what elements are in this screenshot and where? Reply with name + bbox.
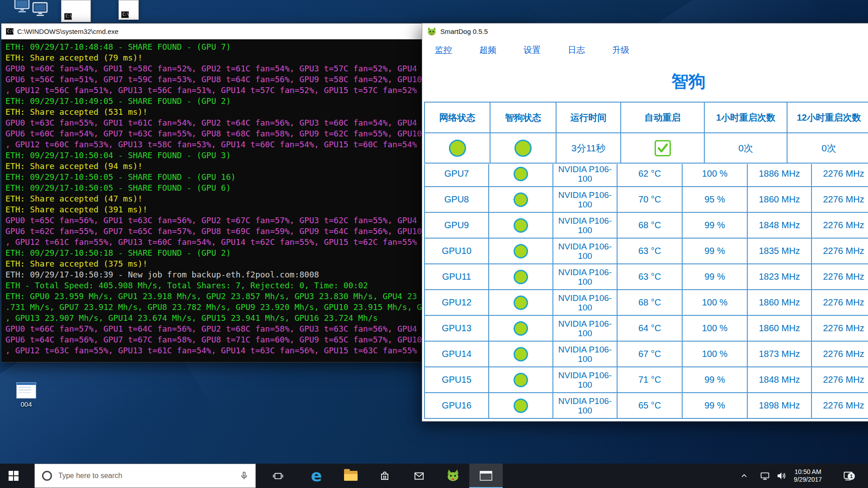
network-ok-icon bbox=[449, 140, 466, 157]
task-view-button[interactable] bbox=[261, 464, 295, 488]
gpu-row: GPU7NVIDIA P106-10062 °C100 %1886 MHz227… bbox=[425, 164, 868, 187]
gpu-temp: 62 °C bbox=[617, 164, 682, 187]
notification-badge: 1 bbox=[848, 473, 855, 480]
gpu-mem-clock: 2276 MHz bbox=[811, 264, 868, 290]
gpu-status-cell bbox=[489, 164, 553, 187]
gpu-fan: 99 % bbox=[682, 264, 747, 290]
cmd-icon: C:\ bbox=[6, 28, 14, 35]
store-icon bbox=[379, 470, 391, 482]
edge-icon: e bbox=[311, 468, 322, 484]
header-auto-restart: 自动重启 bbox=[621, 102, 704, 133]
search-placeholder: Type here to search bbox=[58, 472, 122, 480]
desktop-icon-computer[interactable] bbox=[14, 0, 31, 14]
auto-restart-checkbox[interactable] bbox=[655, 140, 671, 156]
gpu-core-clock: 1886 MHz bbox=[747, 164, 811, 187]
cmd-taskbar-button[interactable] bbox=[469, 464, 503, 488]
gpu-core-clock: 1848 MHz bbox=[747, 212, 811, 238]
file-thumbnail-icon bbox=[16, 382, 36, 399]
gpu-name: GPU8 bbox=[425, 187, 489, 212]
smartdog-status-cell bbox=[490, 133, 556, 163]
smartdog-app-icon bbox=[427, 27, 437, 37]
time-text: 10:50 AM bbox=[794, 468, 821, 476]
gpu-name: GPU10 bbox=[425, 238, 489, 264]
gpu-core-clock: 1835 MHz bbox=[747, 238, 811, 264]
status-value-row: 3分11秒 0次 0次 bbox=[425, 133, 868, 163]
gpu-ok-icon bbox=[514, 218, 528, 233]
auto-restart-cell bbox=[621, 133, 704, 163]
gpu-model: NVIDIA P106-100 bbox=[553, 164, 617, 187]
gpu-name: GPU13 bbox=[425, 315, 489, 341]
speaker-icon bbox=[776, 470, 787, 481]
gpu-core-clock: 1873 MHz bbox=[747, 341, 811, 367]
gpu-model: NVIDIA P106-100 bbox=[553, 315, 617, 341]
gpu-name: GPU15 bbox=[425, 367, 489, 393]
action-center-button[interactable]: 1 bbox=[837, 464, 859, 488]
gpu-ok-icon bbox=[514, 321, 528, 336]
clock[interactable]: 10:50 AM 9/29/2017 bbox=[786, 464, 830, 488]
gpu-fan: 99 % bbox=[682, 393, 747, 418]
smartdog-ok-icon bbox=[514, 140, 532, 157]
search-input[interactable]: Type here to search bbox=[34, 464, 256, 488]
gpu-model: NVIDIA P106-100 bbox=[553, 264, 617, 290]
menu-item-4[interactable]: 升级 bbox=[612, 44, 629, 56]
gpu-fan: 99 % bbox=[682, 212, 747, 238]
gpu-status-cell bbox=[489, 264, 553, 290]
restarts-12h-value: 0次 bbox=[787, 133, 868, 163]
gpu-name: GPU16 bbox=[425, 393, 489, 418]
runtime-value: 3分11秒 bbox=[556, 133, 621, 163]
desktop-icon-computer[interactable] bbox=[32, 2, 49, 17]
gpu-ok-icon bbox=[514, 373, 528, 387]
gpu-ok-icon bbox=[514, 270, 528, 284]
header-restarts-1h: 1小时重启次数 bbox=[704, 102, 787, 133]
edge-button[interactable]: e bbox=[300, 464, 333, 488]
gpu-core-clock: 1823 MHz bbox=[747, 264, 811, 290]
gpu-name: GPU14 bbox=[425, 341, 489, 367]
gpu-mem-clock: 2276 MHz bbox=[811, 315, 868, 341]
gpu-row: GPU14NVIDIA P106-10067 °C100 %1873 MHz22… bbox=[425, 341, 868, 367]
gpu-fan: 100 % bbox=[682, 341, 747, 367]
status-table: 网络状态 智狗状态 运行时间 自动重启 1小时重启次数 12小时重启次数 3分1… bbox=[424, 102, 868, 164]
menu-item-1[interactable]: 超频 bbox=[479, 44, 496, 56]
microphone-icon[interactable] bbox=[239, 470, 249, 481]
gpu-temp: 70 °C bbox=[617, 187, 682, 212]
gpu-model: NVIDIA P106-100 bbox=[553, 393, 617, 418]
gpu-fan: 100 % bbox=[682, 290, 747, 315]
gpu-table-scroll-area[interactable]: GPU7NVIDIA P106-10062 °C100 %1886 MHz227… bbox=[424, 164, 868, 420]
chevron-up-icon bbox=[741, 473, 748, 479]
network-icon bbox=[760, 470, 770, 481]
tray-show-hidden-icons-button[interactable] bbox=[738, 464, 750, 488]
background-window[interactable]: C:\ bbox=[61, 0, 91, 22]
gpu-temp: 68 °C bbox=[617, 290, 682, 315]
menu-item-2[interactable]: 设置 bbox=[524, 44, 541, 56]
background-window[interactable]: C:\ bbox=[118, 0, 139, 20]
gpu-status-cell bbox=[489, 290, 553, 315]
smartdog-taskbar-button[interactable] bbox=[436, 464, 470, 488]
gpu-row: GPU9NVIDIA P106-10068 °C99 %1848 MHz2276… bbox=[425, 212, 868, 238]
gpu-model: NVIDIA P106-100 bbox=[553, 290, 617, 315]
gpu-fan: 99 % bbox=[682, 238, 747, 264]
gpu-model: NVIDIA P106-100 bbox=[553, 238, 617, 264]
gpu-mem-clock: 2276 MHz bbox=[811, 238, 868, 264]
taskbar: Type here to search e bbox=[0, 464, 868, 488]
start-button[interactable] bbox=[0, 464, 27, 488]
gpu-status-cell bbox=[489, 393, 553, 418]
gpu-ok-icon bbox=[514, 347, 528, 361]
gpu-status-cell bbox=[489, 187, 553, 212]
menu-item-3[interactable]: 日志 bbox=[568, 44, 585, 56]
desktop-icon-004[interactable]: 004 bbox=[10, 382, 42, 408]
gpu-row: GPU10NVIDIA P106-10063 °C99 %1835 MHz227… bbox=[425, 238, 868, 264]
gpu-status-cell bbox=[489, 367, 553, 393]
file-explorer-button[interactable] bbox=[334, 464, 368, 488]
gpu-row: GPU8NVIDIA P106-10070 °C95 %1860 MHz2276… bbox=[425, 187, 868, 212]
menu-item-0[interactable]: 监控 bbox=[435, 44, 452, 56]
network-tray-button[interactable] bbox=[758, 464, 772, 488]
restarts-1h-value: 0次 bbox=[704, 133, 787, 163]
store-button[interactable] bbox=[368, 464, 401, 488]
gpu-temp: 63 °C bbox=[617, 264, 682, 290]
smartdog-menu: 监控超频设置日志升级 bbox=[422, 39, 629, 61]
desktop-icon-label: 004 bbox=[10, 400, 42, 408]
gpu-fan: 99 % bbox=[682, 367, 747, 393]
smartdog-titlebar[interactable]: SmartDog 0.5.5 bbox=[422, 23, 868, 39]
gpu-name: GPU12 bbox=[425, 290, 489, 315]
mail-button[interactable] bbox=[402, 464, 436, 488]
